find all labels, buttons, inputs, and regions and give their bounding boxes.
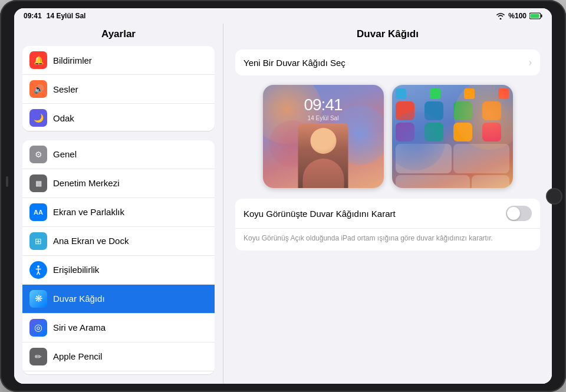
denetim-merkezi-icon: ▦ — [29, 174, 47, 192]
genel-icon: ⚙ — [29, 146, 47, 163]
lock-screen-preview[interactable]: 09:41 14 Eylül Sal — [263, 85, 384, 188]
wifi-icon — [496, 12, 505, 19]
right-content: Yeni Bir Duvar Kâğıdı Seç › — [223, 46, 552, 384]
lock-screen-bg: 09:41 14 Eylül Sal — [263, 85, 384, 188]
ana-ekran-icon: ⊞ — [29, 232, 47, 250]
erisilebilirlik-label: Erişilebilirlik — [53, 265, 99, 275]
right-panel: Duvar Kâğıdı Yeni Bir Duvar Kâğıdı Seç › — [223, 24, 552, 384]
sidebar-item-erisilebilirlik[interactable]: Erişilebilirlik — [22, 256, 215, 285]
chevron-icon: › — [529, 57, 532, 68]
new-wallpaper-row[interactable]: Yeni Bir Duvar Kâğıdı Seç › — [235, 50, 540, 75]
widget-4 — [472, 175, 509, 188]
svg-rect-1 — [541, 15, 542, 18]
toggle-knob — [507, 207, 520, 220]
ana-ekran-label: Ana Ekran ve Dock — [53, 236, 129, 246]
apple-pencil-label: Apple Pencil — [53, 351, 102, 361]
widget-area-2 — [396, 175, 509, 188]
ekran-parlaklik-icon: AA — [29, 203, 47, 221]
lock-time: 09:41 — [304, 95, 342, 114]
sesler-icon: 🔊 — [29, 80, 47, 98]
status-bar: 09:41 14 Eylül Sal %100 — [14, 8, 552, 24]
sidebar-item-odak[interactable]: 🌙 Odak — [22, 104, 215, 131]
ipad-frame: 09:41 14 Eylül Sal %100 — [0, 0, 566, 392]
status-left: 09:41 14 Eylül Sal — [24, 12, 85, 20]
date: 14 Eylül Sal — [47, 12, 86, 20]
lock-person — [298, 123, 348, 188]
person-body — [302, 159, 344, 188]
main-content: Ayarlar 🔔 Bildirimler 🔊 Sesler 🌙 Odak — [14, 24, 552, 384]
svg-point-3 — [37, 265, 40, 268]
dark-mode-description: Koyu Görünüş Açık olduğunda iPad ortam ı… — [235, 229, 540, 251]
apple-pencil-icon: ✏ — [29, 348, 47, 365]
ipad-screen: 09:41 14 Eylül Sal %100 — [14, 8, 552, 384]
sidebar-item-siri-arama[interactable]: ◎ Siri ve Arama — [22, 314, 215, 342]
dark-mode-label: Koyu Görünüşte Duvar Kâğıdını Karart — [243, 209, 396, 219]
sidebar-item-bildirimler[interactable]: 🔔 Bildirimler — [22, 46, 215, 75]
siri-icon: ◎ — [29, 319, 47, 337]
sidebar-item-ekran-parlaklik[interactable]: AA Ekran ve Parlaklık — [22, 198, 215, 227]
sidebar-item-touch-id[interactable]: Touch ID ve Parola — [22, 371, 215, 374]
dark-mode-toggle[interactable] — [506, 206, 532, 221]
widget-3 — [396, 175, 470, 188]
mini-icon-2 — [430, 88, 440, 99]
sidebar-item-sesler[interactable]: 🔊 Sesler — [22, 75, 215, 104]
sidebar-item-genel[interactable]: ⚙ Genel — [22, 140, 215, 169]
new-wallpaper-label: Yeni Bir Duvar Kâğıdı Seç — [243, 58, 345, 68]
sidebar-section-2: ⚙ Genel ▦ Denetim Merkezi AA Ekran ve Pa… — [22, 140, 215, 374]
lock-time-container: 09:41 14 Eylül Sal — [304, 95, 342, 121]
bildirimler-icon: 🔔 — [29, 51, 47, 69]
sidebar-item-apple-pencil[interactable]: ✏ Apple Pencil — [22, 342, 215, 371]
denetim-merkezi-label: Denetim Merkezi — [53, 178, 120, 188]
sidebar-section-1: 🔔 Bildirimler 🔊 Sesler 🌙 Odak ⏳ Ekran Sü… — [22, 46, 215, 131]
odak-label: Odak — [53, 113, 74, 123]
home-screen-bg — [392, 85, 513, 188]
odak-icon: 🌙 — [29, 109, 47, 127]
time: 09:41 — [24, 12, 42, 20]
wallpaper-previews: 09:41 14 Eylül Sal — [235, 85, 540, 188]
erisilebilirlik-icon — [29, 261, 47, 279]
person-face — [310, 128, 336, 154]
home-screen-preview[interactable] — [392, 85, 513, 188]
dark-mode-row: Koyu Görünüşte Duvar Kâğıdını Karart Koy… — [235, 199, 540, 251]
lock-date: 14 Eylül Sal — [304, 115, 342, 121]
sidebar-item-denetim-merkezi[interactable]: ▦ Denetim Merkezi — [22, 169, 215, 198]
sidebar-item-duvar-kagidi[interactable]: ❋ Duvar Kâğıdı — [22, 285, 215, 314]
duvar-kagidi-label: Duvar Kâğıdı — [53, 294, 105, 304]
bildirimler-label: Bildirimler — [53, 55, 92, 65]
genel-label: Genel — [53, 149, 77, 159]
svg-rect-2 — [531, 14, 539, 18]
side-button — [6, 176, 8, 187]
ekran-parlaklik-label: Ekran ve Parlaklık — [53, 207, 124, 217]
sidebar-title: Ayarlar — [14, 24, 223, 46]
duvar-kagidi-icon: ❋ — [29, 290, 47, 308]
sesler-label: Sesler — [53, 84, 78, 94]
sidebar-item-ana-ekran[interactable]: ⊞ Ana Ekran ve Dock — [22, 227, 215, 256]
home-button[interactable] — [546, 188, 562, 205]
siri-arama-label: Siri ve Arama — [53, 322, 106, 332]
battery-icon — [529, 12, 542, 19]
sidebar: Ayarlar 🔔 Bildirimler 🔊 Sesler 🌙 Odak — [14, 24, 223, 384]
battery-pct: %100 — [508, 12, 526, 20]
dark-mode-toggle-row: Koyu Görünüşte Duvar Kâğıdını Karart — [235, 199, 540, 229]
right-panel-title: Duvar Kâğıdı — [223, 24, 552, 46]
mini-icon-1 — [396, 88, 406, 99]
status-right: %100 — [496, 12, 542, 20]
